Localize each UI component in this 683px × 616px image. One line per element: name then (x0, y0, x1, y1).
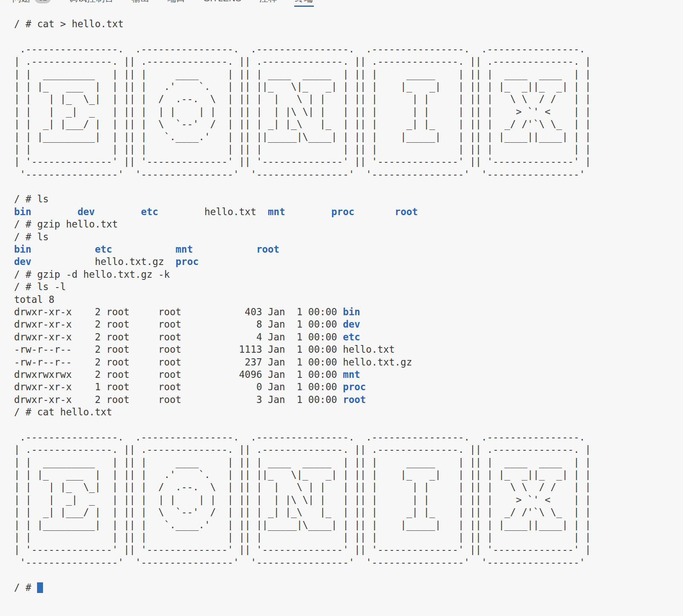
tab-comments[interactable]: 注释 (250, 0, 286, 7)
tab-output[interactable]: 输出 (123, 0, 158, 7)
terminal-line-ascii-art: | | _________ | || | ____ | || | ____ __… (14, 456, 683, 469)
terminal-text: / # ls -l (14, 281, 66, 292)
tab-label: 输出 (132, 0, 149, 3)
tab-ports[interactable]: 端口 (158, 0, 194, 7)
terminal-text-blue: proc (331, 206, 354, 217)
terminal-line (14, 569, 683, 581)
terminal-line: bin etc mnt root (14, 243, 683, 256)
terminal-text: | | |_________| | || | `.____.' | || ||_… (14, 131, 591, 142)
panel-tab-bar: 问题31调试控制台输出端口GITLENS注释终端 (0, 0, 683, 7)
terminal-text: / # ls (14, 193, 49, 204)
terminal-text: '----------------' '----------------' '-… (14, 169, 591, 180)
terminal-line-ascii-art: | | | || | | || | | || | | || | | | (14, 143, 683, 155)
terminal-text: total 8 (14, 294, 55, 305)
terminal-text: | | |_________| | || | `.____.' | || ||_… (14, 519, 591, 530)
terminal-line: dev hello.txt.gz proc (14, 256, 683, 268)
terminal-text: | .--------------. || .--------------. |… (14, 56, 591, 67)
terminal-line: / # ls -l (14, 281, 683, 293)
terminal-line: / # ls (14, 231, 683, 243)
terminal-line: / # gzip -d hello.txt.gz -k (14, 268, 683, 281)
terminal-text: | | | || | | || | | || | | || | | | (14, 144, 591, 155)
terminal-text: / # (14, 582, 37, 593)
tab-gitlens[interactable]: GITLENS (194, 0, 250, 7)
terminal-line: drwxr-xr-x 2 root root 403 Jan 1 00:00 b… (14, 306, 683, 318)
terminal-line-ascii-art: | | | _| _ | || | | | | | | || | | |\ \|… (14, 106, 683, 118)
terminal-line: / # cat hello.txt (14, 406, 683, 418)
terminal-line-ascii-art: | | | || | | || | | || | | || | | | (14, 531, 683, 544)
terminal-text: / # gzip -d hello.txt.gz -k (14, 269, 170, 280)
tab-badge: 31 (34, 0, 51, 3)
tab-inner: 输出 (131, 0, 150, 7)
terminal-line: -rw-r--r-- 2 root root 1113 Jan 1 00:00 … (14, 343, 683, 356)
terminal-text-blue: mnt (268, 206, 285, 217)
terminal-text: .----------------. .----------------. .-… (14, 432, 591, 443)
terminal-text: / # cat hello.txt (14, 406, 112, 417)
terminal-text-blue: etc (141, 206, 158, 217)
terminal-line-ascii-art: | | | |_ \_| | || | / .--. \ | || | | \ … (14, 93, 683, 105)
terminal-text-blue: dev (343, 319, 360, 330)
terminal-line: drwxr-xr-x 2 root root 3 Jan 1 00:00 roo… (14, 394, 683, 406)
terminal-text-blue: dev (77, 206, 95, 217)
terminal-text-blue: mnt (343, 369, 360, 380)
terminal-text: | .--------------. || .--------------. |… (14, 444, 591, 455)
terminal-text: | | _________ | || | ____ | || | ____ __… (14, 69, 591, 80)
terminal-line-ascii-art: | | _| |___/ | | || | \ `--' / | || | _|… (14, 118, 683, 130)
tab-inner: 注释 (258, 0, 278, 7)
terminal-text-blue: mnt (175, 244, 193, 255)
terminal-line: total 8 (14, 294, 683, 306)
tab-inner: 调试控制台 (68, 0, 115, 7)
terminal-line: / # (14, 581, 683, 594)
terminal-line-ascii-art: | | |_________| | || | `.____.' | || ||_… (14, 131, 683, 143)
terminal-line: / # cat > hello.txt (14, 18, 683, 30)
terminal-line: drwxrwxrwx 2 root root 4096 Jan 1 00:00 … (14, 368, 683, 381)
terminal-text: | '--------------' || '--------------' |… (14, 544, 591, 555)
terminal-line-ascii-art: | | | |_ \_| | || | / .--. \ | || | | \ … (14, 481, 683, 493)
terminal-line-ascii-art: '----------------' '----------------' '-… (14, 168, 683, 181)
terminal-line-ascii-art: .----------------. .----------------. .-… (14, 431, 683, 443)
terminal-text: | | _| |___/ | | || | \ `--' / | || | _|… (14, 118, 591, 130)
terminal-line (14, 30, 683, 43)
terminal-text-blue: proc (175, 256, 198, 267)
terminal-line: bin dev etc hello.txt mnt proc root (14, 206, 683, 218)
terminal-line-ascii-art: | | |_ ___ | | || | .' `. | || ||_ \|_ _… (14, 81, 683, 93)
terminal-text: drwxrwxrwx 2 root root 4096 Jan 1 00:00 (14, 369, 343, 380)
terminal-text: drwxr-xr-x 2 root root 8 Jan 1 00:00 (14, 319, 343, 330)
terminal-line-ascii-art: | | _________ | || | ____ | || | ____ __… (14, 68, 683, 81)
tab-label: 调试控制台 (69, 0, 114, 3)
terminal-text: | | _| |___/ | | || | \ `--' / | || | _|… (14, 507, 591, 518)
terminal-text: | | | |_ \_| | || | / .--. \ | || | | \ … (14, 93, 591, 104)
tab-inner: GITLENS (202, 0, 242, 7)
tab-label: 注释 (259, 0, 277, 3)
terminal-text: '----------------' '----------------' '-… (14, 557, 591, 568)
terminal-cursor (37, 582, 43, 593)
terminal-text: | | | _| _ | || | | | | | | || | | |\ \|… (14, 106, 591, 117)
tab-inner: 问题31 (11, 0, 52, 7)
terminal-text: | | |_ ___ | | || | .' `. | || ||_ \|_ _… (14, 469, 591, 480)
terminal-line-ascii-art: | '--------------' || '--------------' |… (14, 155, 683, 168)
terminal-line-ascii-art: | | _| |___/ | | || | \ `--' / | || | _|… (14, 506, 683, 518)
terminal-text: | '--------------' || '--------------' |… (14, 156, 591, 167)
terminal-text: hello.txt.gz (32, 256, 176, 267)
terminal-line-ascii-art: | | |_________| | || | `.____.' | || ||_… (14, 519, 683, 531)
terminal-line-ascii-art: '----------------' '----------------' '-… (14, 556, 683, 569)
tab-debug-console[interactable]: 调试控制台 (60, 0, 123, 7)
terminal-text: drwxr-xr-x 1 root root 0 Jan 1 00:00 (14, 381, 343, 392)
tab-label: GITLENS (203, 0, 241, 3)
terminal-text (95, 206, 141, 217)
tab-inner: 端口 (166, 0, 186, 7)
tab-problems[interactable]: 问题31 (3, 0, 60, 7)
terminal-text: | | | _| _ | || | | | | | | || | | |\ \|… (14, 494, 591, 505)
terminal-line-ascii-art: | | | _| _ | || | | | | | | || | | |\ \|… (14, 494, 683, 506)
terminal-line: -rw-r--r-- 2 root root 237 Jan 1 00:00 h… (14, 356, 683, 368)
terminal-text-blue: bin (14, 206, 32, 217)
terminal-text-blue: dev (14, 256, 32, 267)
terminal-text (354, 206, 395, 217)
tab-terminal[interactable]: 终端 (286, 0, 322, 7)
terminal-line: drwxr-xr-x 2 root root 4 Jan 1 00:00 etc (14, 331, 683, 343)
terminal-line-ascii-art: | | |_ ___ | | || | .' `. | || ||_ \|_ _… (14, 469, 683, 481)
tab-inner: 终端 (294, 0, 314, 7)
terminal[interactable]: / # cat > hello.txt .----------------. .… (0, 7, 683, 594)
terminal-line: / # ls (14, 193, 683, 205)
terminal-text: drwxr-xr-x 2 root root 3 Jan 1 00:00 (14, 394, 343, 405)
tab-label: 问题 (12, 0, 30, 3)
